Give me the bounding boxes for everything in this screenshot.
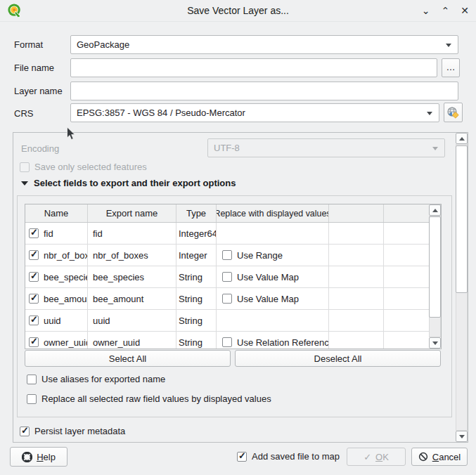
header-export-name[interactable]: Export name [88,204,176,222]
type-cell: Integer [176,245,217,266]
format-label: Format [14,39,43,50]
table-row[interactable]: fid fid Integer64 [25,223,441,245]
chevron-down-icon [432,147,438,150]
field-name: bee_species [44,272,88,282]
checkbox-icon[interactable] [27,394,37,404]
replace-checkbox[interactable] [222,294,232,304]
fields-section-header[interactable]: Select fields to export and their export… [21,178,236,188]
field-checkbox[interactable] [29,315,39,325]
replace-cell[interactable] [217,310,329,331]
deselect-all-button[interactable]: Deselect All [235,350,441,367]
empty-cell [329,310,384,331]
close-icon[interactable]: ✕ [461,6,469,15]
header-type[interactable]: Type [176,204,217,222]
browse-button[interactable]: … [442,58,460,77]
export-name-cell[interactable]: fid [88,223,176,244]
replace-checkbox[interactable] [222,272,232,282]
checkbox-icon [20,162,30,172]
field-type: Integer [179,250,207,261]
help-buoy-icon [22,452,32,462]
field-checkbox[interactable] [29,294,39,304]
check-icon: ✓ [364,452,371,462]
export-name-cell[interactable]: nbr_of_boxes [88,245,176,266]
replace-cell[interactable] [217,223,329,244]
encoding-value: UTF-8 [214,143,240,153]
minimize-icon[interactable]: ⌄ [422,6,430,15]
table-row[interactable]: uuid uuid String [25,310,441,332]
field-export-name: nbr_of_boxes [93,250,148,261]
chevron-down-icon [427,112,432,115]
replace-label: Use Range [237,250,283,261]
layer-name-field[interactable] [71,82,458,100]
field-export-name: uuid [93,315,110,326]
field-type: String [179,315,202,326]
replace-checkbox[interactable] [222,337,232,347]
use-aliases-label: Use aliases for exported name [41,374,165,384]
type-cell: String [176,288,217,309]
cancel-slash-icon [418,452,428,462]
scroll-down-icon[interactable] [429,337,441,349]
help-button[interactable]: Help [10,447,67,467]
scroll-down-icon[interactable] [456,431,468,442]
checkbox-icon[interactable] [27,375,37,384]
export-name-cell[interactable]: uuid [88,310,176,331]
replace-cell[interactable]: Use Value Map [217,288,329,309]
export-name-cell[interactable]: owner_uuid [88,332,176,349]
checkbox-icon[interactable] [20,427,30,436]
name-cell[interactable]: fid [25,223,88,244]
cancel-button[interactable]: Cancel [411,448,468,466]
type-cell: String [176,332,217,349]
replace-all-raw-label: Replace all selected raw field values by… [41,393,271,404]
replace-cell[interactable]: Use Value Map [217,266,329,287]
scrollbar-thumb[interactable] [429,216,441,318]
replace-cell[interactable]: Use Range [217,245,329,266]
field-type: Integer64 [179,228,217,239]
header-empty [329,204,384,222]
replace-checkbox[interactable] [222,250,232,260]
name-cell[interactable]: bee_amount [25,288,88,309]
table-header-row: Name Export name Type Replace with displ… [25,204,441,223]
select-all-button[interactable]: Select All [25,350,231,367]
help-label: Help [37,452,56,462]
field-type: String [179,294,202,304]
use-aliases-checkbox[interactable]: Use aliases for exported name [27,374,165,384]
name-cell[interactable]: owner_uuid [25,332,88,349]
name-cell[interactable]: nbr_of_boxes [25,245,88,266]
add-saved-file-checkbox[interactable]: Add saved file to map [237,451,340,462]
table-row[interactable]: bee_amount bee_amount String Use Value M… [25,288,441,310]
name-cell[interactable]: bee_species [25,266,88,287]
header-name[interactable]: Name [25,204,88,222]
export-name-cell[interactable]: bee_species [88,266,176,287]
replace-cell[interactable]: Use Relation Reference [217,332,329,349]
header-replace[interactable]: Replace with displayed values [217,204,329,222]
field-checkbox[interactable] [29,228,39,238]
maximize-icon[interactable]: ⌃ [442,6,450,15]
table-row[interactable]: nbr_of_boxes nbr_of_boxes Integer Use Ra… [25,245,441,266]
replace-label: Use Relation Reference [237,337,329,348]
ok-button[interactable]: ✓ OK [347,448,406,466]
format-value: GeoPackage [77,39,129,50]
empty-cell [329,266,384,287]
field-name: nbr_of_boxes [44,250,88,261]
export-name-cell[interactable]: bee_amount [88,288,176,309]
field-checkbox[interactable] [29,337,39,347]
table-row[interactable]: bee_species bee_species String Use Value… [25,266,441,288]
table-row[interactable]: owner_uuid owner_uuid String Use Relatio… [25,332,441,349]
name-cell[interactable]: uuid [25,310,88,331]
crs-picker-button[interactable] [444,103,463,122]
persist-metadata-checkbox[interactable]: Persist layer metadata [20,426,125,436]
crs-select[interactable]: EPSG:3857 - WGS 84 / Pseudo-Mercator [70,103,439,122]
save-only-selected-label: Save only selected features [34,162,147,172]
table-scrollbar[interactable] [429,204,441,349]
scroll-up-icon[interactable] [429,204,441,216]
field-checkbox[interactable] [29,250,39,260]
replace-all-raw-checkbox[interactable]: Replace all selected raw field values by… [27,393,271,404]
field-checkbox[interactable] [29,272,39,282]
scrollbar-thumb[interactable] [456,145,468,293]
field-export-name: fid [93,228,103,239]
scroll-up-icon[interactable] [456,133,468,144]
options-scrollbar[interactable] [456,133,468,442]
format-select[interactable]: GeoPackage [70,35,458,54]
file-name-field[interactable] [71,59,437,77]
checkbox-icon[interactable] [237,452,247,462]
